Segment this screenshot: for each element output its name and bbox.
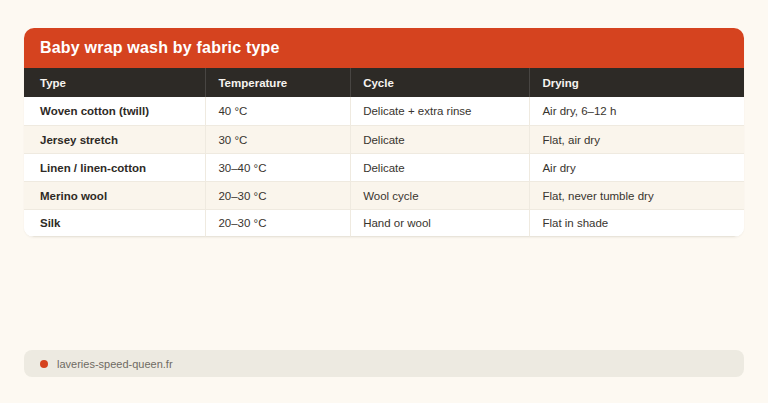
table-header-row: TypeTemperatureCycleDrying [24, 68, 744, 97]
source-badge: laveries-speed-queen.fr [24, 350, 744, 377]
cell-type: Woven cotton (twill) [24, 97, 205, 125]
column-header-type: Type [24, 68, 205, 97]
table-row: Linen / linen-cotton30–40 °CDelicateAir … [24, 153, 744, 181]
cell-temperature: 20–30 °C [205, 209, 350, 237]
cell-drying: Flat in shade [529, 209, 744, 237]
cell-temperature: 20–30 °C [205, 181, 350, 209]
cell-drying: Air dry, 6–12 h [529, 97, 744, 125]
cell-type: Linen / linen-cotton [24, 153, 205, 181]
cell-temperature: 30 °C [205, 125, 350, 153]
cell-drying: Flat, air dry [529, 125, 744, 153]
cell-cycle: Delicate + extra rinse [350, 97, 529, 125]
wash-table-card: Baby wrap wash by fabric type TypeTemper… [24, 28, 744, 237]
cell-cycle: Delicate [350, 125, 529, 153]
cell-cycle: Wool cycle [350, 181, 529, 209]
table-row: Silk20–30 °CHand or woolFlat in shade [24, 209, 744, 237]
fabric-wash-table: TypeTemperatureCycleDrying Woven cotton … [24, 68, 744, 237]
cell-type: Silk [24, 209, 205, 237]
page: Baby wrap wash by fabric type TypeTemper… [0, 0, 768, 403]
cell-cycle: Hand or wool [350, 209, 529, 237]
source-domain: laveries-speed-queen.fr [57, 358, 173, 370]
source-dot-icon [40, 360, 48, 368]
table-row: Jersey stretch30 °CDelicateFlat, air dry [24, 125, 744, 153]
table-row: Merino wool20–30 °CWool cycleFlat, never… [24, 181, 744, 209]
cell-type: Merino wool [24, 181, 205, 209]
page-title: Baby wrap wash by fabric type [40, 39, 280, 57]
cell-temperature: 30–40 °C [205, 153, 350, 181]
cell-type: Jersey stretch [24, 125, 205, 153]
column-header-cycle: Cycle [350, 68, 529, 97]
cell-temperature: 40 °C [205, 97, 350, 125]
cell-drying: Flat, never tumble dry [529, 181, 744, 209]
table-row: Woven cotton (twill)40 °CDelicate + extr… [24, 97, 744, 125]
column-header-temperature: Temperature [205, 68, 350, 97]
cell-cycle: Delicate [350, 153, 529, 181]
column-header-drying: Drying [529, 68, 744, 97]
cell-drying: Air dry [529, 153, 744, 181]
card-header: Baby wrap wash by fabric type [24, 28, 744, 68]
